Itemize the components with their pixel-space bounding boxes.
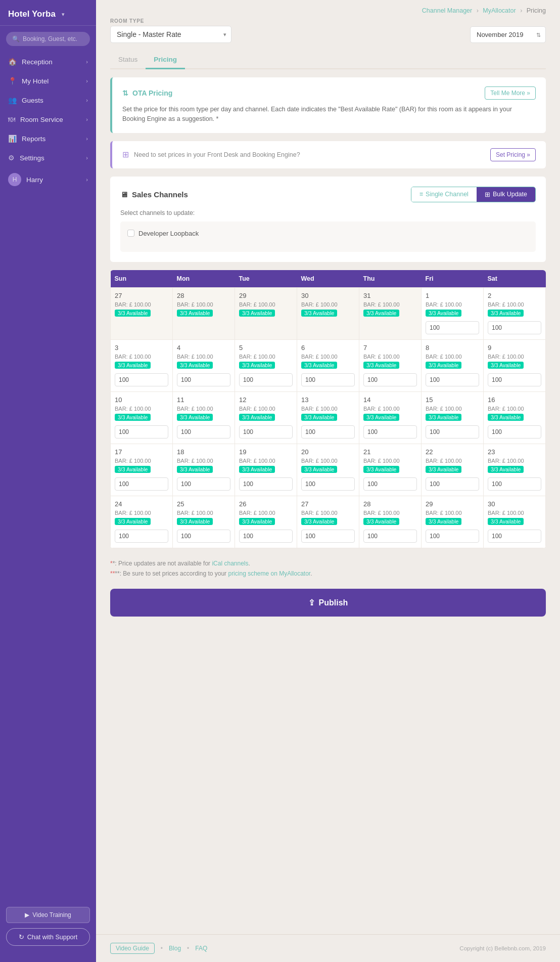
cal-price-input[interactable] (488, 321, 541, 334)
cal-date: 29 (426, 500, 479, 508)
cal-price-input[interactable] (115, 477, 168, 491)
cal-badge: 3/3 Available (115, 362, 151, 369)
cal-price-input[interactable] (363, 530, 417, 543)
sidebar-item-reports[interactable]: 📊 Reports › (0, 129, 96, 148)
sales-channels-card: 🖥 Sales Channels ≡ Single Channel ⊞ Bulk… (110, 177, 546, 262)
cal-price-input[interactable] (301, 477, 355, 491)
calendar-week-row: 10BAR: £ 100.003/3 Available11BAR: £ 100… (111, 391, 546, 444)
publish-button[interactable]: ⇪ Publish (110, 589, 546, 617)
notes-section: **: Price updates are not available for … (110, 558, 546, 579)
cal-bar: BAR: £ 100.00 (177, 510, 230, 516)
cal-price-input[interactable] (301, 373, 355, 386)
cal-price-input[interactable] (426, 530, 479, 543)
cal-price-input[interactable] (426, 477, 479, 491)
cal-price-input[interactable] (115, 530, 168, 543)
cal-date: 5 (239, 344, 293, 352)
bulk-update-label: Bulk Update (493, 191, 527, 198)
sidebar-item-settings[interactable]: ⚙ Settings › (0, 148, 96, 167)
cal-date: 1 (426, 292, 479, 299)
cal-price-input[interactable] (426, 425, 479, 439)
footer-faq-link[interactable]: FAQ (195, 945, 207, 952)
calendar-day-cell: 20BAR: £ 100.003/3 Available (297, 444, 359, 496)
chevron-down-icon: › (86, 59, 88, 65)
cal-price-input[interactable] (363, 425, 417, 439)
publish-label: Publish (319, 598, 348, 607)
ota-pricing-icon: ⇅ (122, 89, 128, 97)
channel-checkbox[interactable] (127, 230, 134, 237)
cal-date: 27 (115, 292, 168, 299)
cal-bar: BAR: £ 100.00 (177, 406, 230, 412)
cal-price-input[interactable] (426, 321, 479, 334)
video-training-button[interactable]: ▶ Video Training (6, 907, 90, 923)
cal-price-input[interactable] (363, 477, 417, 491)
cal-date: 30 (488, 500, 541, 508)
cal-badge: 3/3 Available (115, 518, 151, 525)
footer-video-guide-link[interactable]: Video Guide (110, 943, 155, 954)
cal-price-input[interactable] (239, 530, 293, 543)
cal-bar: BAR: £ 100.00 (301, 458, 355, 464)
cal-date: 21 (363, 448, 417, 456)
cal-badge: 3/3 Available (301, 362, 337, 369)
cal-price-input[interactable] (177, 530, 230, 543)
room-type-select[interactable]: Single - Master Rate Double - Master Rat… (110, 26, 231, 43)
cal-price-input[interactable] (426, 373, 479, 386)
cal-bar: BAR: £ 100.00 (363, 301, 417, 308)
sidebar-item-room-service[interactable]: 🍽 Room Service › (0, 110, 96, 129)
cal-price-input[interactable] (239, 373, 293, 386)
cal-price-input[interactable] (177, 425, 230, 439)
cal-badge: 3/3 Available (301, 466, 337, 473)
reports-icon: 📊 (8, 135, 17, 143)
cal-badge: 3/3 Available (177, 518, 213, 525)
cal-price-input[interactable] (115, 425, 168, 439)
tab-status[interactable]: Status (110, 51, 146, 69)
breadcrumb-myallocator[interactable]: MyAllocator (483, 7, 516, 14)
tab-pricing[interactable]: Pricing (146, 51, 185, 69)
cal-price-input[interactable] (177, 477, 230, 491)
cal-price-input[interactable] (488, 425, 541, 439)
cal-badge: 3/3 Available (426, 310, 461, 317)
chat-support-button[interactable]: ↻ Chat with Support (6, 928, 90, 946)
sidebar-item-label: Settings (20, 154, 44, 162)
single-channel-button[interactable]: ≡ Single Channel (411, 187, 477, 202)
footer-blog-link[interactable]: Blog (169, 945, 181, 952)
calendar-day-cell: 8BAR: £ 100.003/3 Available (422, 339, 484, 391)
bulk-update-button[interactable]: ⊞ Bulk Update (477, 187, 535, 202)
cal-price-input[interactable] (239, 425, 293, 439)
sales-channels-title-text: Sales Channels (132, 190, 188, 199)
cal-price-input[interactable] (301, 425, 355, 439)
my-hotel-icon: 📍 (8, 77, 17, 85)
tell-me-more-button[interactable]: Tell Me More » (485, 86, 536, 100)
note-1-link[interactable]: iCal channels (212, 560, 248, 567)
cal-bar: BAR: £ 100.00 (177, 354, 230, 360)
cal-price-input[interactable] (301, 530, 355, 543)
calendar-day-cell: 30BAR: £ 100.003/3 Available (297, 287, 359, 339)
cal-price-input[interactable] (363, 373, 417, 386)
cal-price-input[interactable] (115, 373, 168, 386)
cal-price-input[interactable] (488, 530, 541, 543)
sidebar-item-my-hotel[interactable]: 📍 My Hotel › (0, 71, 96, 91)
cal-date: 12 (239, 396, 293, 404)
sidebar-item-user[interactable]: H Harry › (0, 167, 96, 192)
sidebar-item-label: Room Service (20, 116, 63, 123)
breadcrumb-channel-manager[interactable]: Channel Manager (422, 7, 472, 14)
hotel-name-header[interactable]: Hotel Yorba ▾ (0, 0, 96, 26)
calendar-day-cell: 14BAR: £ 100.003/3 Available (359, 391, 422, 444)
note-1: **: Price updates are not available for … (110, 558, 546, 569)
ota-pricing-card: ⇅ OTA Pricing Tell Me More » Set the pri… (110, 77, 546, 133)
calendar-week-row: 24BAR: £ 100.003/3 Available25BAR: £ 100… (111, 496, 546, 548)
cal-badge: 3/3 Available (239, 414, 275, 421)
cal-price-input[interactable] (239, 477, 293, 491)
search-input[interactable] (23, 35, 84, 42)
note-2-link[interactable]: pricing scheme on MyAllocator (228, 570, 310, 577)
sidebar-item-reception[interactable]: 🏠 Reception › (0, 52, 96, 71)
calendar: Sun Mon Tue Wed Thu Fri Sat 27BAR: £ 100… (110, 270, 546, 548)
month-select[interactable]: October 2019 November 2019 December 2019 (470, 26, 546, 43)
footer-dot-1: • (161, 945, 163, 952)
cal-badge: 3/3 Available (177, 466, 213, 473)
cal-price-input[interactable] (488, 477, 541, 491)
set-pricing-button[interactable]: Set Pricing » (490, 148, 536, 161)
cal-price-input[interactable] (488, 373, 541, 386)
cal-price-input[interactable] (177, 373, 230, 386)
cal-badge: 3/3 Available (177, 310, 213, 317)
sidebar-item-guests[interactable]: 👥 Guests › (0, 91, 96, 110)
